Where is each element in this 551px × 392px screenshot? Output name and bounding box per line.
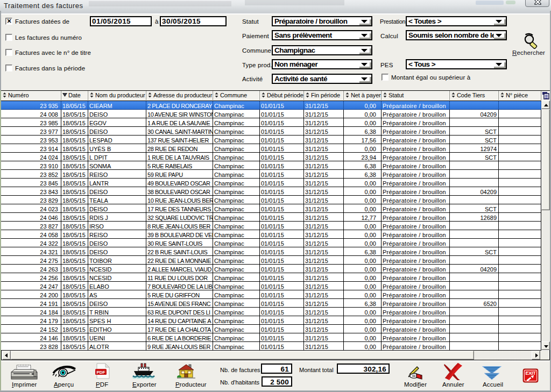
svg-text:PDF: PDF (97, 370, 105, 375)
svg-text:EXIT: EXIT (526, 370, 536, 376)
